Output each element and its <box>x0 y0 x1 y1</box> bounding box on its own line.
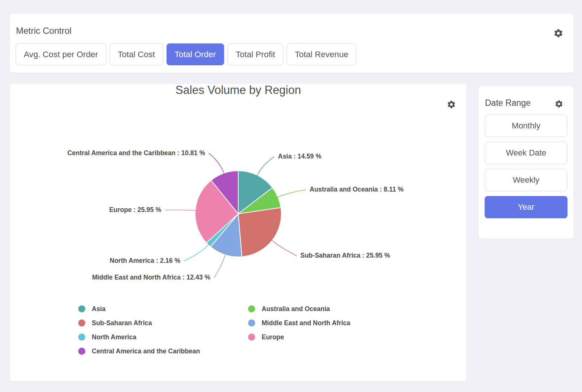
gear-icon <box>553 28 563 38</box>
legend-marker-middle-east-and-north-africa <box>248 320 255 327</box>
legend-label-sub-saharan-africa: Sub-Saharan Africa <box>92 319 152 327</box>
gear-icon[interactable] <box>554 99 563 108</box>
metric-control-title: Metric Control <box>16 26 71 36</box>
pie-label-line-north-america <box>184 245 208 261</box>
legend-label-australia-and-oceania: Australia and Oceania <box>262 305 330 313</box>
legend-marker-australia-and-oceania <box>248 306 255 313</box>
metric-button-avg-cost-per-order[interactable]: Avg. Cost per Order <box>16 43 106 65</box>
legend-marker-sub-saharan-africa <box>78 320 85 327</box>
metric-button-total-order[interactable]: Total Order <box>166 43 224 65</box>
legend-item-north-america[interactable]: North America <box>78 333 137 341</box>
pie-label-north-america: North America : 2.16 % <box>110 257 180 264</box>
pie-label-asia: Asia : 14.59 % <box>278 153 321 160</box>
pie-label-europe: Europe : 25.95 % <box>109 206 161 213</box>
date-range-button-year[interactable]: Year <box>485 196 568 218</box>
gear-icon <box>554 99 563 108</box>
pie-label-line-sub-saharan-africa <box>272 240 297 256</box>
legend-label-north-america: North America <box>92 333 136 341</box>
pie-label-line-australia-and-oceania <box>278 190 306 197</box>
legend-item-australia-and-oceania[interactable]: Australia and Oceania <box>248 305 330 313</box>
legend-label-central-america-and-the-caribbean: Central America and the Caribbean <box>92 347 200 355</box>
metric-control-panel: Metric Control Avg. Cost per OrderTotal … <box>10 14 573 73</box>
date-range-button-week-date[interactable]: Week Date <box>485 142 568 164</box>
legend-marker-asia <box>78 306 85 313</box>
legend-item-asia[interactable]: Asia <box>78 305 106 313</box>
pie-label-line-central-america-and-the-caribbean <box>209 153 224 174</box>
pie-label-central-america-and-the-caribbean: Central America and the Caribbean : 10.8… <box>67 149 205 157</box>
pie-label-middle-east-and-north-africa: Middle East and North Africa : 12.43 % <box>92 274 211 281</box>
legend-label-europe: Europe <box>262 333 284 341</box>
legend-item-europe[interactable]: Europe <box>248 333 284 341</box>
date-range-panel: Date Range MonthlyWeek DateWeeklyYear <box>479 86 573 239</box>
date-range-button-weekly[interactable]: Weekly <box>485 169 568 191</box>
metric-button-total-cost[interactable]: Total Cost <box>110 43 163 65</box>
legend-marker-central-america-and-the-caribbean <box>78 348 85 355</box>
metric-button-group: Avg. Cost per OrderTotal CostTotal Order… <box>16 43 356 65</box>
sales-volume-chart-panel: Sales Volume by Region Asia : 14.59 %Aus… <box>10 84 466 381</box>
date-range-button-monthly[interactable]: Monthly <box>485 115 568 137</box>
gear-icon[interactable] <box>553 28 563 38</box>
legend-marker-north-america <box>78 334 85 341</box>
legend-label-middle-east-and-north-africa: Middle East and North Africa <box>262 319 350 327</box>
pie-chart-svg: Asia : 14.59 %Australia and Oceania : 8.… <box>10 84 466 381</box>
legend-marker-europe <box>248 334 255 341</box>
date-range-title: Date Range <box>485 98 531 108</box>
pie-label-line-middle-east-and-north-africa <box>214 255 225 278</box>
pie-label-line-asia <box>257 157 274 176</box>
date-range-button-group: MonthlyWeek DateWeeklyYear <box>485 115 568 218</box>
pie-label-australia-and-oceania: Australia and Oceania : 8.11 % <box>310 186 404 193</box>
pie-slice-sub-saharan-africa[interactable] <box>238 208 281 257</box>
legend-label-asia: Asia <box>92 305 106 313</box>
legend-item-central-america-and-the-caribbean[interactable]: Central America and the Caribbean <box>78 347 200 355</box>
legend-item-sub-saharan-africa[interactable]: Sub-Saharan Africa <box>78 319 152 327</box>
legend-item-middle-east-and-north-africa[interactable]: Middle East and North Africa <box>248 319 350 327</box>
metric-button-total-profit[interactable]: Total Profit <box>227 43 283 65</box>
metric-button-total-revenue[interactable]: Total Revenue <box>287 43 356 65</box>
pie-label-sub-saharan-africa: Sub-Saharan Africa : 25.95 % <box>300 252 390 259</box>
pie-label-line-europe <box>165 210 195 211</box>
